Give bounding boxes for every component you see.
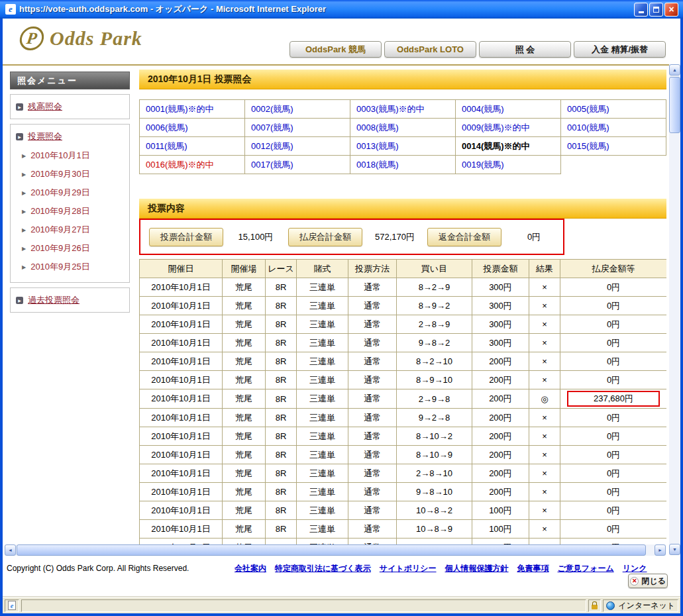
arrow-icon: ▶ <box>22 227 26 233</box>
vote-number-link[interactable]: 0001(競馬)※的中 <box>146 103 214 115</box>
maximize-button[interactable] <box>649 3 663 17</box>
sidebar-date-item[interactable]: ▶2010年9月27日 <box>16 221 124 239</box>
vote-number-link[interactable]: 0005(競馬) <box>567 103 609 115</box>
vote-number-link[interactable]: 0002(競馬) <box>251 103 293 115</box>
sidebar-balance-box: ▶ 残高照会 <box>10 94 130 119</box>
table-cell: 通常 <box>348 352 397 371</box>
sidebar-date-item[interactable]: ▶2010年9月30日 <box>16 165 124 183</box>
table-cell: 2010年10月1日 <box>140 483 223 501</box>
sidebar-date-item[interactable]: ▶2010年9月25日 <box>16 258 124 276</box>
vote-number-link[interactable]: 0010(競馬) <box>567 122 609 134</box>
vote-number-link[interactable]: 0006(競馬) <box>146 122 188 134</box>
past-link-label: 過去投票照会 <box>28 294 79 306</box>
footer-link[interactable]: 特定商取引法に基づく表示 <box>275 563 371 574</box>
vote-number-link[interactable]: 0011(競馬) <box>146 140 187 152</box>
table-cell: 三連単 <box>297 389 348 409</box>
table-cell: 0円 <box>560 409 667 427</box>
table-cell: 2010年10月1日 <box>140 315 223 334</box>
vote-number-link[interactable]: 0012(競馬) <box>251 140 293 152</box>
table-cell: 8R <box>266 352 297 371</box>
table-header-cell: レース <box>266 260 297 278</box>
nav-button-3[interactable]: 照 会 <box>479 41 571 58</box>
status-security-panel <box>588 599 601 612</box>
footer-link[interactable]: サイトポリシー <box>380 563 437 574</box>
vote-number-link[interactable]: 0008(競馬) <box>356 122 399 134</box>
table-cell: 2010年10月1日 <box>140 539 223 545</box>
table-cell: 2010年10月1日 <box>140 389 223 409</box>
vote-number-link[interactable]: 0009(競馬)※的中 <box>462 122 530 134</box>
nav-button-1[interactable]: OddsPark 競馬 <box>289 41 382 58</box>
nav-button-4[interactable]: 入金 精算/振替 <box>574 41 666 58</box>
scroll-left-button[interactable]: ◄ <box>5 544 16 556</box>
oddspark-logo: P Odds Park <box>20 26 142 50</box>
table-header-cell: 投票方法 <box>348 260 397 278</box>
main-content: 2010年10月1日 投票照会 0001(競馬)※的中0002(競馬)0003(… <box>139 70 666 544</box>
nav-button-2[interactable]: OddsPark LOTO <box>384 41 476 58</box>
table-cell: 237,680円 <box>560 389 667 409</box>
footer-link[interactable]: ご意見フォーム <box>558 563 614 574</box>
table-cell: 荒尾 <box>223 334 266 352</box>
status-icon-panel: e <box>5 599 19 612</box>
table-cell: 100円 <box>472 520 529 539</box>
scroll-right-button[interactable]: ► <box>655 544 666 556</box>
table-cell: 2010年10月1日 <box>140 352 223 371</box>
arrow-icon: ▶ <box>22 153 26 159</box>
table-cell: 三連単 <box>297 409 348 427</box>
close-window-button[interactable]: × <box>664 3 678 17</box>
table-cell: 0円 <box>560 520 667 539</box>
footer-link[interactable]: リンク <box>623 563 647 574</box>
scroll-up-button[interactable]: ▲ <box>669 64 680 76</box>
vote-number-cell: 0008(競馬) <box>350 119 456 137</box>
horizontal-scroll-thumb[interactable] <box>17 544 646 556</box>
table-cell: 2010年10月1日 <box>140 464 223 483</box>
horizontal-scroll-track[interactable] <box>16 544 655 556</box>
arrow-icon: ▶ <box>22 172 26 178</box>
vote-number-link[interactable]: 0017(競馬) <box>251 159 293 171</box>
sidebar-date-item[interactable]: ▶2010年9月26日 <box>16 239 124 258</box>
vote-number-link[interactable]: 0003(競馬)※的中 <box>356 103 425 115</box>
vote-number-link[interactable]: 0013(競馬) <box>356 140 399 152</box>
minimize-button[interactable] <box>634 3 648 17</box>
footer-link[interactable]: 会社案内 <box>235 563 266 574</box>
vertical-scrollbar[interactable]: ▲ ▼ <box>669 64 680 555</box>
table-cell: 荒尾 <box>223 389 266 409</box>
vote-number-cell: 0017(競馬) <box>245 156 350 174</box>
sidebar-item-past-votes[interactable]: ▶ 過去投票照会 <box>16 294 124 306</box>
table-row: 2010年10月1日荒尾8R三連単通常2→8→9300円×0円 <box>140 315 667 334</box>
summary-item: 返金合計金額0円 <box>427 228 566 246</box>
scroll-down-button[interactable]: ▼ <box>669 544 680 555</box>
vertical-scroll-thumb[interactable] <box>669 77 680 133</box>
sidebar-date-label: 2010年9月30日 <box>30 168 90 180</box>
sidebar-item-balance[interactable]: ▶ 残高照会 <box>16 101 124 113</box>
arrow-icon: ▶ <box>22 209 26 215</box>
status-zone-panel: インターネット <box>603 599 678 612</box>
sidebar-date-item[interactable]: ▶2010年9月28日 <box>16 202 124 221</box>
vote-number-link[interactable]: 0007(競馬) <box>251 122 293 134</box>
vote-number-link[interactable]: 0004(競馬) <box>462 103 504 115</box>
table-cell: 8→2→10 <box>397 352 472 371</box>
table-cell: 通常 <box>348 427 397 446</box>
table-cell: 9→2→8 <box>397 409 472 427</box>
table-cell: 通常 <box>348 464 397 483</box>
vote-number-link[interactable]: 0018(競馬) <box>356 159 399 171</box>
footer-link[interactable]: 個人情報保護方針 <box>445 563 509 574</box>
table-cell: 通常 <box>348 483 397 501</box>
close-button-label: 閉じる <box>641 576 666 587</box>
vote-number-link[interactable]: 0019(競馬) <box>462 159 504 171</box>
vote-number-link[interactable]: 0016(競馬)※的中 <box>146 159 214 171</box>
table-cell: 0円 <box>560 352 667 371</box>
sidebar-date-item[interactable]: ▶2010年9月29日 <box>16 183 124 202</box>
sidebar-date-item[interactable]: ▶2010年10月1日 <box>16 146 124 165</box>
table-body: 2010年10月1日荒尾8R三連単通常8→2→9300円×0円2010年10月1… <box>140 278 667 545</box>
table-cell: 通常 <box>348 446 397 464</box>
horizontal-scrollbar[interactable]: ◄ ► <box>5 544 666 556</box>
table-cell: 2010年10月1日 <box>140 371 223 389</box>
vote-number-link[interactable]: 0015(競馬) <box>567 140 609 152</box>
sidebar-date-list: ▶2010年10月1日▶2010年9月30日▶2010年9月29日▶2010年9… <box>16 146 124 276</box>
close-page-button[interactable]: ✕ 閉じる <box>628 574 668 588</box>
footer-link[interactable]: 免責事項 <box>517 563 549 574</box>
vote-number-cell: 0002(競馬) <box>245 100 350 119</box>
vertical-scroll-track[interactable] <box>669 76 680 544</box>
sidebar-item-vote-inquiry[interactable]: ▶ 投票照会 <box>16 130 124 142</box>
table-header-cell: 結果 <box>529 260 560 278</box>
